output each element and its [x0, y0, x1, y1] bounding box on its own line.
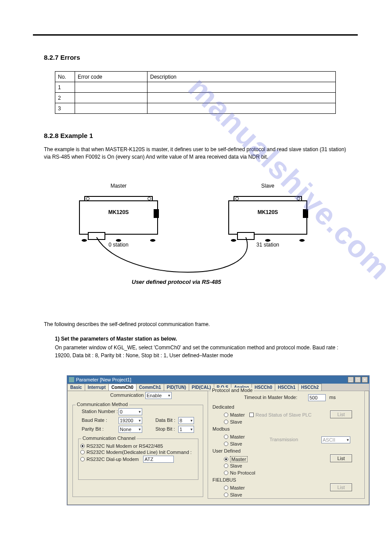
tab-interrupt[interactable]: Interrupt: [85, 384, 109, 391]
master-label: Master: [230, 434, 245, 439]
example-intro: The example is that when MASTER-K120S is…: [44, 146, 347, 161]
comm-method-title: Communication Method: [76, 402, 129, 407]
window-title: Parameter [New Project1]: [76, 377, 131, 383]
slave-label: Slave: [230, 463, 242, 468]
radio-icon: [80, 457, 85, 461]
protocol-mode-group: Protocol and Mode Timeout in Master Mode…: [208, 391, 365, 499]
protocol-label: User defined protocol via RS-485: [132, 279, 263, 285]
window-titlebar[interactable]: Parameter [New Project1] _ □ ×: [67, 376, 369, 384]
th-code: Error code: [75, 72, 147, 82]
read-status-label: Read Status of Slave PLC: [255, 412, 312, 417]
ud-list-button[interactable]: List: [330, 454, 352, 462]
modbus-slave-row[interactable]: Slave: [224, 441, 242, 446]
table-row: 3: [55, 103, 336, 114]
tab-pidcal[interactable]: PID(CAL): [189, 384, 214, 391]
connection-cable-icon: [79, 183, 307, 284]
master-label: Master: [230, 456, 248, 462]
ud-master-row[interactable]: Master: [224, 456, 248, 462]
fb-slave-row[interactable]: Slave: [224, 492, 242, 497]
modbus-label: Modbus: [212, 426, 230, 432]
baud-select[interactable]: 19200: [119, 417, 142, 424]
transmission-label: Transmission: [270, 437, 298, 442]
comm-channel-group: Communication Channel RS232C Null Modem …: [78, 439, 198, 480]
tab-hscch1[interactable]: HSCCh1: [275, 384, 298, 391]
communication-select[interactable]: Enable: [145, 392, 172, 399]
channel-opt3-label: RS232C Dial-up Modem: [86, 457, 139, 462]
radio-icon: [80, 444, 85, 448]
th-no: No.: [55, 72, 75, 82]
comm-channel-title: Communication Channel: [81, 435, 137, 441]
modbus-master-row[interactable]: Master: [224, 434, 245, 439]
channel-opt1-row[interactable]: RS232C Null Modem or RS422/485: [80, 443, 196, 449]
parity-select[interactable]: None: [119, 426, 142, 433]
error-table: No. Error code Description 1 2 3: [55, 71, 336, 114]
init-command-input[interactable]: ATZ: [143, 456, 174, 463]
dedicated-label: Dedicated: [212, 404, 234, 410]
step-intro: The following describes the self-defined…: [44, 321, 347, 328]
databit-select[interactable]: 8: [178, 417, 194, 424]
comm-method-group: Communication Method Station Number : 0 …: [72, 405, 203, 497]
master-label: Master: [230, 412, 245, 417]
close-button[interactable]: ×: [362, 377, 368, 383]
fieldbus-label: FIELDBUS: [212, 477, 236, 482]
radio-icon: [224, 413, 228, 417]
timeout-input[interactable]: 500: [308, 394, 326, 401]
station-label: Station Number :: [82, 409, 118, 414]
databit-label: Data Bit :: [155, 417, 175, 423]
master-label: Master: [230, 485, 245, 490]
slave-label: Slave: [230, 419, 242, 424]
radio-icon: [224, 486, 228, 490]
channel-opt3-row[interactable]: RS232C Dial-up Modem ATZ: [80, 456, 196, 463]
timeout-label: Timeout in Master Mode:: [244, 395, 297, 400]
dedicated-master-row[interactable]: Master: [224, 412, 245, 417]
fb-list-button: List: [330, 483, 352, 491]
table-row: 2: [55, 93, 336, 103]
radio-icon: [224, 420, 228, 424]
maximize-button[interactable]: □: [355, 377, 361, 383]
radio-icon: [224, 457, 228, 461]
channel-opt2-label: RS232C Modem(Dedicated Line) Init Comman…: [86, 450, 192, 455]
fb-master-row[interactable]: Master: [224, 485, 245, 490]
tab-commch1[interactable]: CommCh1: [136, 384, 164, 391]
connection-diagram: Master MK120S 0 station Slave MK120S 31 …: [79, 183, 307, 284]
page-rule: [33, 34, 358, 36]
slave-label: Slave: [230, 492, 242, 497]
section-8-2-8-title: 8.2.8 Example 1: [44, 132, 93, 139]
table-row: 1: [55, 82, 336, 93]
channel-opt2-row[interactable]: RS232C Modem(Dedicated Line) Init Comman…: [80, 450, 196, 455]
slave-label: Slave: [230, 441, 242, 446]
radio-icon: [80, 450, 85, 454]
protocol-mode-title: Protocol and Mode: [211, 388, 254, 393]
dedicated-list-button: List: [330, 410, 352, 418]
step1-text: On parameter window of KGL_WE, select 'C…: [55, 344, 349, 359]
window-app-icon: [69, 377, 74, 382]
th-desc: Description: [147, 72, 336, 82]
parameter-window: Parameter [New Project1] _ □ × Basic Int…: [67, 375, 370, 505]
ud-slave-row[interactable]: Slave: [224, 463, 242, 468]
user-defined-label: User Defined: [212, 448, 241, 453]
tab-hscch0[interactable]: HSCCh0: [252, 384, 275, 391]
station-select[interactable]: 0: [119, 408, 142, 415]
parity-label: Parity Bit :: [82, 426, 104, 432]
section-8-2-7-title: 8.2.7 Errors: [44, 54, 80, 61]
radio-icon: [224, 442, 228, 446]
channel-opt1-label: RS232C Null Modem or RS422/485: [86, 443, 163, 449]
step1-lead: 1) Set the parameters of Master station …: [55, 335, 349, 343]
timeout-unit: ms: [329, 395, 336, 400]
radio-icon: [224, 493, 228, 497]
read-status-row: Read Status of Slave PLC: [249, 412, 312, 417]
radio-icon: [224, 435, 228, 439]
baud-label: Baud Rate :: [82, 417, 107, 423]
tab-commch0[interactable]: CommCh0: [108, 384, 137, 391]
dedicated-slave-row[interactable]: Slave: [224, 419, 242, 424]
ud-noprotocol-row[interactable]: No Protocol: [224, 470, 255, 475]
stopbit-select[interactable]: 1: [178, 426, 194, 433]
radio-icon: [224, 464, 228, 468]
tab-basic[interactable]: Basic: [67, 384, 85, 391]
tab-hscch2[interactable]: HSCCh2: [298, 384, 322, 391]
radio-icon: [224, 471, 228, 475]
noprotocol-label: No Protocol: [230, 470, 255, 475]
minimize-button[interactable]: _: [348, 377, 354, 383]
stopbit-label: Stop Bit :: [155, 426, 175, 432]
tab-pidtun[interactable]: PID(TUN): [164, 384, 189, 391]
